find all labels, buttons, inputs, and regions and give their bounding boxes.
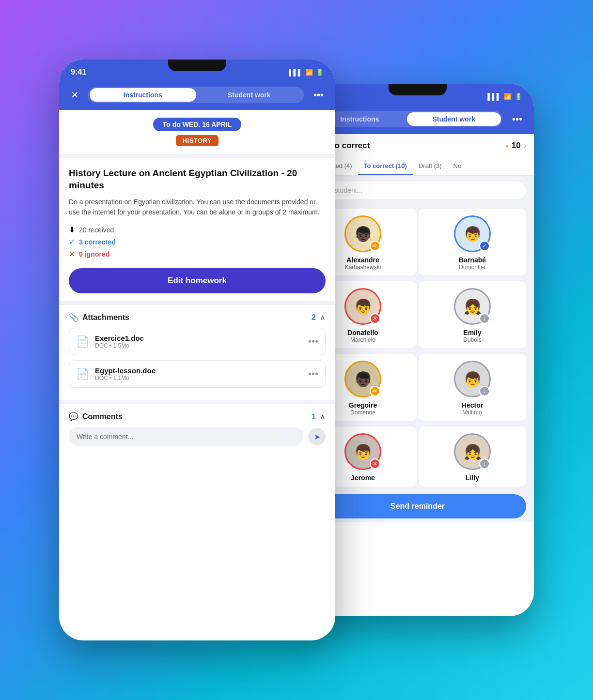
attachment-meta-1: DOC • 1.5Mo (95, 342, 144, 349)
notch-right (389, 84, 447, 95)
download-icon: ⬇ (69, 225, 75, 234)
avatar-badge-jerome: ✕ (370, 458, 380, 469)
right-content: Work to correct ● 10 › Corrected (4) To … (301, 134, 534, 522)
more-button-right[interactable]: ••• (508, 112, 526, 127)
student-firstname-gregoire: Gregoire (349, 401, 377, 409)
student-firstname-donatello: Donatello (347, 329, 378, 336)
homework-stats: ⬇ 20 received ✓ 3 corrected ✕ 0 ignored (69, 225, 326, 259)
received-label: 20 received (79, 226, 114, 234)
close-button[interactable]: ✕ (67, 87, 82, 103)
student-firstname-lilly: Lilly (466, 474, 479, 482)
student-cell-emily[interactable]: 👧 ↓ Emily Dubois (419, 281, 526, 348)
attachment-more-2[interactable]: ••• (308, 368, 318, 380)
edit-homework-button[interactable]: Edit homework (69, 268, 326, 293)
tab-instructions[interactable]: Instructions (90, 88, 196, 102)
comment-count: 1 (312, 412, 316, 421)
work-header: Work to correct ● 10 › (301, 134, 534, 157)
attachment-icon: 📎 (69, 313, 78, 322)
attachment-meta-2: DOC • 1.1Mo (95, 375, 156, 381)
homework-description: Do a presentation on Egyptian civilizati… (69, 197, 326, 217)
avatar-wrap-lilly: 👧 ↓ (454, 433, 491, 470)
filter-tabs: Corrected (4) To correct (10) Draft (3) … (301, 157, 534, 176)
corrected-label: 3 corrected (79, 238, 115, 246)
stat-received: ⬇ 20 received (69, 225, 326, 234)
student-firstname-alexandre: Alexandre (346, 256, 379, 264)
avatar-badge-hector: ↓ (479, 386, 490, 396)
avatar-badge-lilly: ↓ (479, 458, 490, 469)
attachment-item-2: 📄 Egypt-lesson.doc DOC • 1.1Mo ••• (69, 360, 326, 388)
send-reminder-button[interactable]: Send reminder (309, 494, 526, 518)
signal-icon-right: ▌▌▌ (487, 93, 501, 100)
student-lastname-emily: Dubois (463, 336, 481, 343)
tab-student-work[interactable]: Student work (196, 88, 303, 102)
nav-bar-left: ✕ Instructions Student work ••• (59, 83, 335, 110)
student-lastname-gregoire: Domenoe (350, 409, 375, 416)
search-box[interactable]: 🔍 a student... (309, 182, 526, 199)
work-count: 10 (512, 141, 521, 151)
avatar-wrap-barnabe: 👦 ✓ (454, 215, 491, 252)
check-icon: ✓ (69, 237, 75, 246)
count-dot: ● (506, 143, 509, 149)
wifi-icon: 📶 (305, 69, 313, 76)
file-icon-2: 📄 (76, 368, 89, 380)
nav-tabs-right: Instructions Student work (311, 111, 502, 127)
student-lastname-barnabe: Dumontier (459, 264, 485, 271)
homework-title: History Lecture on Ancient Egyptian Civi… (69, 167, 326, 191)
nav-tabs: Instructions Student work (88, 87, 304, 103)
status-icons: ▌▌▌ 📶 🔋 (289, 69, 324, 76)
file-icon-1: 📄 (76, 335, 89, 348)
status-time: 9:41 (71, 68, 86, 76)
notch (168, 60, 226, 71)
battery-icon: 🔋 (316, 69, 324, 76)
filter-no[interactable]: No (448, 157, 468, 175)
attachment-name-1: Exercice1.doc (95, 334, 144, 342)
due-date-section: To do WED. 16 APRIL HISTORY (59, 110, 335, 154)
student-lastname-hector: Valtimo (463, 409, 482, 416)
avatar-badge-alexandre: ✏ (370, 241, 380, 251)
attachment-name-2: Egypt-lesson.doc (95, 366, 156, 375)
attachments-section: 📎 Attachments 2 ∧ 📄 Exercice1.doc DOC • … (59, 305, 335, 400)
avatar-badge-donatello: ✕ (370, 313, 380, 324)
attachments-chevron-icon[interactable]: ∧ (320, 313, 326, 322)
battery-icon-right: 🔋 (515, 93, 522, 100)
stat-ignored: ✕ 0 ignored (69, 249, 326, 259)
work-chevron-icon[interactable]: › (524, 141, 526, 150)
comments-section: 💬 Comments 1 ∧ ➤ (59, 404, 335, 454)
stat-corrected: ✓ 3 corrected (69, 237, 326, 246)
avatar-wrap-gregoire: 👦🏿 ✏ (344, 361, 381, 397)
filter-draft[interactable]: Draft (3) (413, 157, 448, 175)
attachment-more-1[interactable]: ••• (308, 336, 318, 347)
attachment-item-1: 📄 Exercice1.doc DOC • 1.5Mo ••• (69, 328, 326, 355)
right-phone: ▌▌▌ 📶 🔋 Instructions Student work ••• Wo… (301, 84, 534, 616)
send-comment-button[interactable]: ➤ (308, 428, 326, 445)
left-phone: 9:41 ▌▌▌ 📶 🔋 ✕ Instructions Student work… (59, 60, 335, 640)
more-button[interactable]: ••• (310, 88, 328, 103)
student-firstname-jerome: Jerome (351, 474, 375, 482)
comments-header: 💬 Comments 1 ∧ (69, 412, 326, 421)
comments-chevron-icon[interactable]: ∧ (320, 412, 326, 421)
student-lastname-alexandre: Karbashewski (345, 264, 381, 271)
avatar-wrap-jerome: 👦 ✕ (344, 433, 381, 470)
avatar-badge-barnabe: ✓ (479, 241, 490, 251)
student-cell-lilly[interactable]: 👧 ↓ Lilly (419, 426, 526, 487)
subject-badge: HISTORY (176, 135, 219, 146)
status-icons-right: ▌▌▌ 📶 🔋 (487, 93, 522, 100)
student-cell-barnabe[interactable]: 👦 ✓ Barnabé Dumontier (419, 209, 526, 275)
student-firstname-emily: Emily (463, 329, 481, 336)
avatar-badge-gregoire: ✏ (370, 386, 380, 396)
student-firstname-hector: Hector (462, 401, 483, 409)
attachment-count: 2 (312, 313, 316, 322)
comment-input[interactable] (69, 427, 303, 446)
tab-student-work-right[interactable]: Student work (407, 112, 501, 126)
avatar-wrap-donatello: 👦 ✕ (344, 288, 381, 325)
avatar-wrap-alexandre: 👦🏿 ✏ (344, 215, 381, 252)
student-lastname-donatello: Marchielo (350, 336, 375, 343)
due-badge: To do WED. 16 APRIL (153, 118, 241, 131)
filter-to-correct[interactable]: To correct (10) (358, 157, 413, 175)
avatar-badge-emily: ↓ (479, 313, 490, 324)
comment-input-row: ➤ (69, 427, 326, 446)
comment-icon: 💬 (69, 412, 78, 421)
homework-card: History Lecture on Ancient Egyptian Civi… (59, 158, 335, 301)
cross-icon: ✕ (69, 249, 75, 259)
student-cell-hector[interactable]: 👦 ↓ Hector Valtimo (419, 354, 526, 421)
